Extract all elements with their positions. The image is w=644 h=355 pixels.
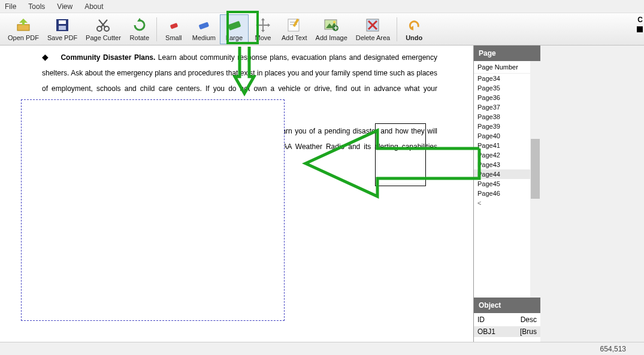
save-pdf-icon <box>54 17 71 34</box>
save-pdf-label: Save PDF <box>47 34 77 41</box>
page-cutter-button[interactable]: Page Cutter <box>81 14 125 44</box>
rotate-icon <box>131 17 148 34</box>
svg-point-26 <box>333 21 335 23</box>
save-pdf-button[interactable]: Save PDF <box>43 14 81 44</box>
page-list: Page Number Page34Page35Page36Page37Page… <box>474 61 540 298</box>
page-list-scrollbar[interactable] <box>530 61 540 298</box>
object-panel-header: Object <box>474 298 540 313</box>
move-label: Move <box>255 34 271 41</box>
toolbar-separator <box>156 17 157 41</box>
open-pdf-label: Open PDF <box>8 34 39 41</box>
rotate-label: Rotate <box>130 34 149 41</box>
top-right-char: C <box>637 16 643 24</box>
svg-rect-13 <box>228 21 241 31</box>
object-desc-cell: [Brus <box>520 327 537 336</box>
eraser-small-label: Small <box>165 34 182 41</box>
menu-file[interactable]: File <box>5 2 16 11</box>
eraser-large-label: Large <box>226 34 243 41</box>
page-cutter-icon <box>95 17 111 34</box>
menu-view[interactable]: View <box>57 2 72 11</box>
svg-rect-12 <box>199 22 210 29</box>
delete-area-label: Delete Area <box>356 34 390 41</box>
svg-rect-4 <box>59 20 66 24</box>
eraser-small-icon <box>165 17 182 34</box>
menu-about[interactable]: About <box>84 2 103 11</box>
svg-marker-17 <box>261 30 265 32</box>
move-button[interactable]: Move <box>249 14 277 44</box>
page-list-scroll-thumb[interactable] <box>531 139 540 199</box>
undo-label: Undo <box>406 34 422 41</box>
svg-rect-0 <box>17 25 29 31</box>
svg-marker-19 <box>268 23 270 27</box>
eraser-large-button[interactable]: Large <box>220 14 249 44</box>
side-panel: Page Page Number Page34Page35Page36Page3… <box>473 45 540 355</box>
object-id-header: ID <box>477 315 485 324</box>
delete-area-icon <box>364 17 381 34</box>
svg-rect-5 <box>59 26 66 30</box>
eraser-medium-label: Medium <box>192 34 216 41</box>
eraser-medium-icon <box>195 17 212 34</box>
erase-selection-box[interactable] <box>21 99 285 321</box>
object-desc-header: Desc <box>521 315 537 324</box>
page-cutter-label: Page Cutter <box>86 34 121 41</box>
svg-marker-16 <box>261 18 265 20</box>
status-coordinates: 654,513 <box>600 345 626 353</box>
add-image-icon: + <box>323 17 340 34</box>
eraser-cursor[interactable] <box>375 123 426 186</box>
open-pdf-button[interactable]: Open PDF <box>4 14 43 44</box>
undo-button[interactable]: Undo <box>400 14 428 44</box>
toolbar: Open PDF Save PDF Page Cutter Rotate Sma… <box>0 13 644 45</box>
undo-icon <box>406 17 422 34</box>
toolbar-separator <box>397 17 397 41</box>
svg-text:+: + <box>334 24 338 32</box>
eraser-large-icon <box>226 17 243 34</box>
eraser-small-button[interactable]: Small <box>159 14 188 44</box>
add-text-label: Add Text <box>282 34 307 41</box>
svg-marker-18 <box>256 23 258 27</box>
document-area[interactable]: ◆ Community Disaster Plans. Learn about … <box>0 45 473 355</box>
delete-area-button[interactable]: Delete Area <box>352 14 394 44</box>
move-icon <box>255 17 271 34</box>
add-text-icon <box>286 17 303 34</box>
page-panel-header: Page <box>474 45 540 61</box>
rotate-button[interactable]: Rotate <box>125 14 154 44</box>
object-id-cell: OBJ1 <box>477 327 495 336</box>
object-table-header: ID Desc <box>474 313 540 326</box>
top-right-square <box>637 26 643 32</box>
object-row[interactable]: OBJ1 [Brus <box>474 326 540 337</box>
menubar: File Tools View About <box>0 0 644 13</box>
svg-rect-11 <box>170 23 178 29</box>
eraser-medium-button[interactable]: Medium <box>188 14 220 44</box>
svg-rect-2 <box>22 22 25 25</box>
add-image-button[interactable]: + Add Image <box>312 14 352 44</box>
open-pdf-icon <box>15 17 32 34</box>
status-bar: 654,513 <box>0 342 644 355</box>
menu-tools[interactable]: Tools <box>28 2 45 11</box>
add-text-button[interactable]: Add Text <box>277 14 312 44</box>
para1-heading: Community Disaster Plans. <box>61 53 155 62</box>
workspace: ◆ Community Disaster Plans. Learn about … <box>0 45 644 355</box>
add-image-label: Add Image <box>316 34 347 41</box>
